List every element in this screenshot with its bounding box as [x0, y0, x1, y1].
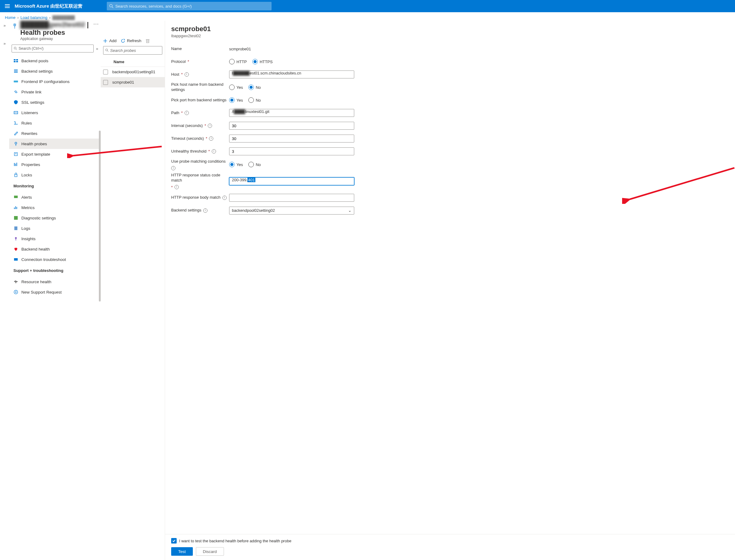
svg-rect-24: [14, 153, 17, 156]
nav-item-logs[interactable]: Logs: [9, 223, 101, 233]
nav-item-label: Metrics: [21, 205, 35, 210]
nav-item-health-probes[interactable]: Health probes: [9, 139, 101, 149]
info-icon[interactable]: i: [208, 124, 212, 128]
crumb-home[interactable]: Home: [5, 15, 16, 20]
info-icon[interactable]: i: [223, 196, 227, 200]
hamburger-menu[interactable]: [2, 1, 12, 11]
svg-rect-34: [14, 226, 17, 230]
probe-table: Name backendpool01setting01scmprobe01: [101, 57, 165, 88]
label-backend-settings: Backend settings: [171, 208, 201, 213]
status-code-input[interactable]: 200-399,401: [229, 177, 354, 185]
brand-label: Microsoft Azure 由世纪互联运营: [15, 3, 82, 9]
nav-item-label: Export template: [21, 152, 50, 157]
svg-rect-42: [147, 40, 149, 43]
refresh-button[interactable]: Refresh: [121, 38, 141, 43]
info-icon[interactable]: i: [175, 185, 179, 189]
row-name: backendpool01setting01: [112, 70, 155, 74]
table-row[interactable]: scmprobe01: [101, 77, 165, 88]
radio-http[interactable]: HTTP: [229, 59, 247, 64]
radio-https[interactable]: HTTPS: [252, 59, 273, 64]
nav-item-frontend-ip[interactable]: Frontend IP configurations: [9, 76, 101, 87]
add-button[interactable]: Add: [103, 38, 117, 43]
export-icon: [13, 152, 18, 157]
svg-line-9: [16, 49, 17, 50]
global-search[interactable]: Search resources, services, and docs (G+…: [107, 2, 272, 10]
blade-search-placeholder: Search (Ctrl+/): [19, 46, 44, 51]
test-button[interactable]: Test: [171, 547, 193, 556]
nav-item-backend-settings[interactable]: Backend settings: [9, 66, 101, 76]
radio-usematch-no[interactable]: No: [248, 162, 261, 167]
row-checkbox[interactable]: [103, 80, 108, 85]
properties-icon: [13, 162, 18, 167]
info-icon[interactable]: i: [185, 111, 189, 115]
nav-item-ssl[interactable]: SSL settings: [9, 97, 101, 107]
svg-rect-10: [14, 59, 16, 60]
probe-search[interactable]: Search probes: [103, 46, 162, 55]
test-checkbox[interactable]: [171, 538, 177, 544]
timeout-input[interactable]: [229, 135, 354, 143]
discard-button[interactable]: Discard: [196, 547, 224, 556]
nav-item-conn-trouble[interactable]: Connection troubleshoot: [9, 254, 101, 265]
value-name: scmprobe01: [229, 47, 729, 51]
listeners-icon: [13, 110, 18, 115]
nav-item-backend-pools[interactable]: Backend pools: [9, 56, 101, 66]
radio-pickport-yes[interactable]: Yes: [229, 97, 243, 103]
info-icon[interactable]: i: [203, 208, 208, 213]
chevron-down-icon: ⌄: [348, 208, 352, 213]
crumb-load-balancing[interactable]: Load balancing: [20, 15, 47, 20]
interval-input[interactable]: [229, 122, 354, 130]
radio-pickport-no[interactable]: No: [248, 97, 261, 103]
expand-rail-icon-2[interactable]: »: [3, 41, 5, 46]
delete-button[interactable]: [146, 39, 150, 43]
path-input[interactable]: /l████linuxtest01.git: [229, 109, 354, 117]
nav-item-label: Logs: [21, 226, 30, 231]
column-name[interactable]: Name: [101, 57, 165, 67]
nav-item-diagnostic[interactable]: Diagnostic settings: [9, 213, 101, 223]
logs-icon: [13, 226, 18, 231]
test-checkbox-label: I want to test the backend health before…: [179, 539, 292, 543]
info-icon[interactable]: i: [209, 136, 213, 141]
nav-item-alerts[interactable]: Alerts: [9, 192, 101, 202]
resource-health-icon: [13, 279, 18, 284]
crumb-resource-masked[interactable]: ████████: [53, 15, 75, 20]
radio-usematch-yes[interactable]: Yes: [229, 162, 243, 167]
rewrites-icon: [13, 131, 18, 136]
app-gateway-icon: [12, 21, 18, 31]
body-match-input[interactable]: [229, 194, 354, 202]
info-icon[interactable]: i: [185, 72, 189, 77]
collapse-nav-icon[interactable]: «: [96, 46, 98, 51]
svg-point-19: [15, 112, 15, 113]
nav-item-locks[interactable]: Locks: [9, 170, 101, 180]
nav-item-resource-health[interactable]: Resource health: [9, 276, 101, 287]
info-icon[interactable]: i: [171, 166, 176, 170]
nav-item-backend-health[interactable]: Backend health: [9, 244, 101, 254]
label-status-code: HTTP response status code match: [171, 173, 229, 183]
nav-item-rules[interactable]: Rules: [9, 118, 101, 128]
more-actions-icon[interactable]: ···: [93, 21, 99, 27]
left-rail: » »: [0, 21, 9, 560]
nav-item-support[interactable]: New Support Request: [9, 287, 101, 297]
table-row[interactable]: backendpool01setting01: [101, 67, 165, 77]
info-icon[interactable]: i: [212, 149, 216, 154]
radio-pickhost-no[interactable]: No: [248, 85, 261, 90]
nav-item-metrics[interactable]: Metrics: [9, 202, 101, 213]
nav-item-export[interactable]: Export template: [9, 149, 101, 159]
backend-settings-dropdown[interactable]: backendpool02setting02 ⌄: [229, 207, 354, 215]
nav-item-private-link[interactable]: Private link: [9, 87, 101, 97]
row-checkbox[interactable]: [103, 70, 108, 74]
nav-item-rewrites[interactable]: Rewrites: [9, 128, 101, 139]
trash-icon: [146, 39, 150, 43]
nav-item-label: Frontend IP configurations: [21, 79, 70, 84]
svg-line-4: [112, 7, 113, 8]
label-pick-host: Pick host name from backend settings: [171, 82, 229, 92]
host-input[interactable]: l██████est01.scm.chinacloudsites.cn: [229, 70, 354, 78]
nav-item-properties[interactable]: Properties: [9, 159, 101, 170]
label-path: Path: [171, 110, 179, 116]
radio-pickhost-yes[interactable]: Yes: [229, 85, 243, 90]
blade-search[interactable]: Search (Ctrl+/): [12, 45, 94, 52]
expand-rail-icon[interactable]: »: [3, 23, 5, 28]
nav-item-listeners[interactable]: Listeners: [9, 107, 101, 118]
nav-item-insights[interactable]: Insights: [9, 233, 101, 244]
nav-item-label: SSL settings: [21, 100, 44, 105]
unhealthy-input[interactable]: [229, 147, 354, 155]
